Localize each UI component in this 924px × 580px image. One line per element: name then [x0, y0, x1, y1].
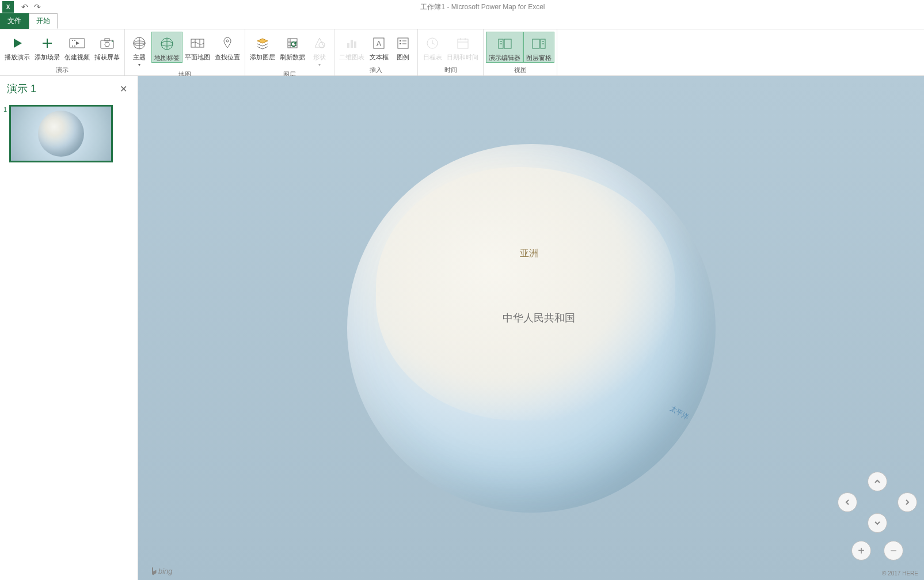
timeline-button: 日程表: [420, 32, 444, 62]
textbox-button[interactable]: A 文本框: [367, 32, 391, 62]
chevron-down-icon: ▾: [138, 62, 140, 67]
redo-button[interactable]: ↷: [31, 1, 44, 13]
ribbon-group-view: 演示编辑器 图层窗格 视图: [484, 29, 557, 75]
play-tour-button[interactable]: 播放演示: [2, 32, 32, 62]
camera-icon: +: [100, 33, 115, 54]
chevron-right-icon: [903, 498, 911, 506]
svg-point-14: [226, 40, 229, 42]
bing-attribution: bing: [151, 567, 173, 575]
flat-map-button[interactable]: 平面地图: [182, 32, 212, 62]
zoom-in-button[interactable]: +: [851, 541, 871, 560]
svg-rect-23: [400, 40, 401, 41]
svg-point-4: [74, 46, 75, 47]
tour-editor-pane: 演示 1 ✕ 1: [0, 76, 138, 580]
clock-icon: [425, 33, 439, 54]
tilt-up-button[interactable]: [868, 472, 887, 491]
ribbon-group-time: 日程表 日期和时间 时间: [418, 29, 484, 75]
ribbon-group-insert: 二维图表 A 文本框 图例 插入: [334, 29, 418, 75]
flat-map-icon: [190, 33, 205, 54]
add-scene-button[interactable]: 添加场景: [32, 32, 62, 62]
tab-start[interactable]: 开始: [29, 13, 58, 29]
capture-screen-button[interactable]: + 捕获屏幕: [92, 32, 122, 62]
chart2d-button: 二维图表: [337, 32, 367, 62]
layers-icon: [256, 33, 269, 54]
rotate-left-button[interactable]: [838, 492, 857, 512]
tour-title: 演示 1: [7, 82, 36, 96]
svg-point-7: [105, 42, 109, 47]
tilt-down-button[interactable]: [868, 513, 887, 533]
group-label-view: 视图: [486, 65, 554, 75]
map-label-china: 中华人民共和国: [503, 311, 575, 325]
window-title: 工作簿1 - Microsoft Power Map for Excel: [44, 2, 922, 12]
close-pane-button[interactable]: ✕: [116, 84, 131, 94]
add-layer-button[interactable]: 添加图层: [248, 32, 277, 62]
ribbon: 播放演示 添加场景 创建视频 + 捕获屏幕 演示: [0, 29, 924, 76]
undo-button[interactable]: ↶: [18, 1, 31, 13]
svg-text:A: A: [377, 40, 381, 48]
ribbon-group-layer: 添加图层 刷新数据 形状▾ 图层: [245, 29, 334, 75]
rotate-right-button[interactable]: [898, 492, 917, 512]
chevron-down-icon: ▾: [318, 62, 321, 67]
calendar-icon: [456, 33, 470, 54]
svg-text:+: +: [111, 39, 114, 44]
editor-icon: [497, 33, 512, 54]
main-area: 演示 1 ✕ 1 亚洲 中华人民共和国 太平洋 bing © 2017 HERE: [0, 76, 924, 580]
svg-rect-33: [504, 39, 511, 48]
scene-item[interactable]: 1: [3, 105, 134, 162]
bar-chart-icon: [345, 33, 359, 54]
svg-point-3: [72, 46, 73, 47]
svg-point-1: [72, 40, 73, 41]
svg-point-2: [74, 40, 75, 41]
app-icon: X: [2, 1, 14, 13]
globe[interactable]: 亚洲 中华人民共和国 太平洋: [347, 144, 716, 513]
titlebar: X ↶ ↷ 工作簿1 - Microsoft Power Map for Exc…: [0, 0, 924, 14]
find-location-button[interactable]: 查找位置: [212, 32, 242, 62]
chevron-left-icon: [843, 498, 851, 506]
refresh-data-button[interactable]: 刷新数据: [277, 32, 307, 62]
textbox-icon: A: [372, 33, 385, 54]
legend-icon: [397, 33, 409, 54]
datetime-button: 日期和时间: [444, 32, 481, 62]
ribbon-group-map: 主题▾ 地图标签 平面地图 查找位置 地图: [125, 29, 245, 75]
ribbon-tabs: 文件 开始: [0, 14, 924, 29]
video-icon: [69, 33, 85, 54]
copyright-attribution: © 2017 HERE: [882, 570, 918, 577]
chevron-up-icon: [873, 477, 881, 486]
svg-rect-17: [347, 43, 349, 48]
tab-file[interactable]: 文件: [0, 13, 29, 29]
pane-icon: [531, 33, 546, 54]
play-icon: [10, 33, 24, 54]
map-label-pacific: 太平洋: [668, 403, 691, 422]
create-video-button[interactable]: 创建视频: [62, 32, 92, 62]
svg-rect-18: [351, 40, 353, 48]
pin-icon: [220, 33, 234, 54]
shape-icon: [313, 33, 326, 54]
group-label-demo: 演示: [2, 65, 122, 75]
svg-rect-19: [354, 41, 356, 48]
tour-editor-button[interactable]: 演示编辑器: [486, 32, 523, 63]
map-canvas[interactable]: 亚洲 中华人民共和国 太平洋 bing © 2017 HERE + −: [138, 76, 924, 580]
globe-thumb-icon: [38, 111, 84, 157]
svg-rect-28: [458, 39, 468, 48]
theme-button[interactable]: 主题▾: [127, 32, 151, 69]
map-labels-button[interactable]: 地图标签: [151, 32, 182, 63]
svg-rect-25: [400, 43, 401, 44]
layer-pane-button[interactable]: 图层窗格: [523, 32, 554, 63]
group-label-time: 时间: [420, 65, 481, 75]
globe-label-icon: [160, 33, 174, 54]
scene-thumbnail[interactable]: [9, 105, 113, 162]
legend-button[interactable]: 图例: [391, 32, 415, 62]
shape-button: 形状▾: [307, 32, 332, 69]
ribbon-group-demo: 播放演示 添加场景 创建视频 + 捕获屏幕 演示: [0, 29, 125, 75]
svg-rect-22: [398, 38, 408, 48]
refresh-icon: [286, 33, 299, 54]
scene-number: 1: [3, 105, 9, 162]
chevron-down-icon: [873, 519, 881, 527]
svg-rect-36: [533, 39, 539, 48]
zoom-out-button[interactable]: −: [884, 541, 903, 560]
plus-icon: [40, 33, 54, 54]
group-label-insert: 插入: [337, 65, 415, 75]
globe-icon: [132, 33, 146, 54]
map-label-asia: 亚洲: [520, 248, 538, 260]
